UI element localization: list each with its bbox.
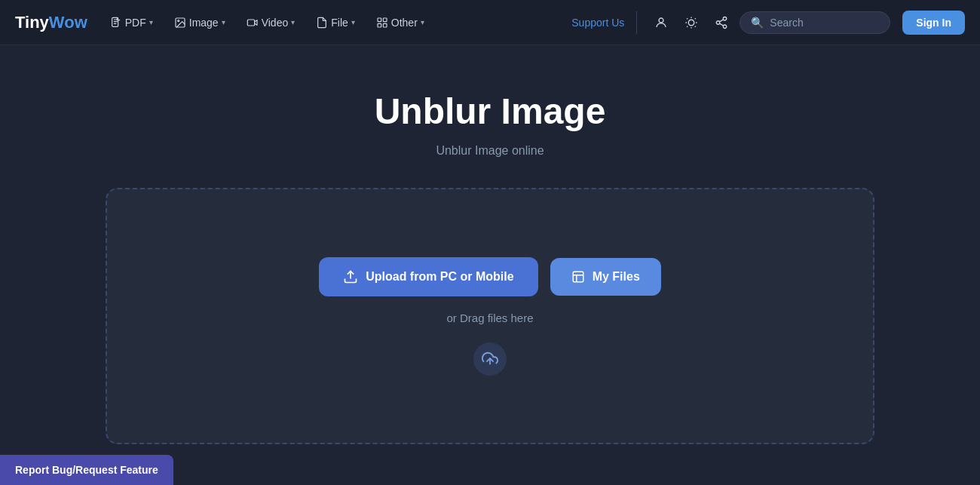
page-title: Unblur Image bbox=[375, 91, 606, 132]
svg-rect-5 bbox=[383, 18, 387, 22]
share-btn[interactable] bbox=[709, 11, 733, 35]
nav-item-image[interactable]: Image ▾ bbox=[167, 12, 233, 33]
upload-area[interactable]: Upload from PC or Mobile My Files or Dra… bbox=[106, 188, 874, 444]
other-icon bbox=[376, 17, 388, 29]
video-icon bbox=[247, 17, 259, 29]
image-chevron-icon: ▾ bbox=[222, 18, 225, 26]
svg-rect-3 bbox=[247, 20, 254, 26]
svg-point-9 bbox=[689, 20, 695, 26]
user-icon bbox=[654, 16, 668, 29]
video-chevron-icon: ▾ bbox=[291, 18, 295, 26]
report-bug-button[interactable]: Report Bug/Request Feature bbox=[0, 455, 173, 485]
upload-from-pc-button[interactable]: Upload from PC or Mobile bbox=[319, 257, 537, 296]
support-us-link[interactable]: Support Us bbox=[571, 17, 624, 29]
logo[interactable]: TinyWow bbox=[15, 13, 87, 32]
my-files-icon bbox=[571, 270, 585, 284]
signin-button[interactable]: Sign In bbox=[902, 11, 965, 35]
search-input[interactable] bbox=[770, 17, 879, 29]
upload-icon bbox=[343, 269, 358, 284]
svg-rect-7 bbox=[383, 23, 387, 27]
nav-item-pdf[interactable]: PDF ▾ bbox=[103, 12, 161, 33]
nav-video-label: Video bbox=[262, 17, 289, 29]
nav-file-label: File bbox=[331, 17, 348, 29]
other-chevron-icon: ▾ bbox=[421, 18, 424, 26]
user-icon-btn[interactable] bbox=[649, 11, 673, 35]
svg-rect-4 bbox=[378, 18, 381, 22]
cloud-upload-icon bbox=[482, 351, 498, 367]
svg-point-10 bbox=[724, 17, 727, 20]
pdf-icon bbox=[110, 17, 122, 29]
nav-actions bbox=[649, 11, 733, 35]
search-icon: 🔍 bbox=[751, 17, 764, 29]
navbar: TinyWow PDF ▾ Image ▾ Video ▾ File ▾ bbox=[0, 0, 980, 45]
image-icon bbox=[174, 17, 186, 29]
nav-image-label: Image bbox=[189, 17, 219, 29]
drag-text: or Drag files here bbox=[446, 312, 533, 324]
svg-rect-6 bbox=[378, 23, 381, 27]
share-icon bbox=[715, 16, 728, 29]
my-files-btn-label: My Files bbox=[593, 270, 640, 284]
pdf-chevron-icon: ▾ bbox=[149, 18, 153, 26]
svg-point-11 bbox=[717, 20, 721, 24]
nav-item-video[interactable]: Video ▾ bbox=[239, 12, 303, 33]
nav-other-label: Other bbox=[391, 17, 418, 29]
upload-btn-label: Upload from PC or Mobile bbox=[366, 270, 513, 284]
main-content: Unblur Image Unblur Image online Upload … bbox=[0, 45, 980, 474]
nav-pdf-label: PDF bbox=[125, 17, 146, 29]
nav-item-other[interactable]: Other ▾ bbox=[369, 12, 432, 33]
search-box[interactable]: 🔍 bbox=[740, 11, 890, 34]
theme-toggle-btn[interactable] bbox=[679, 11, 703, 35]
nav-divider bbox=[636, 11, 637, 34]
logo-wow: Wow bbox=[49, 13, 87, 32]
svg-point-12 bbox=[724, 25, 727, 29]
file-icon bbox=[316, 17, 328, 29]
sun-icon bbox=[684, 16, 698, 29]
logo-tiny: Tiny bbox=[15, 13, 49, 32]
page-subtitle: Unblur Image online bbox=[436, 144, 544, 158]
my-files-button[interactable]: My Files bbox=[550, 258, 661, 296]
nav-item-file[interactable]: File ▾ bbox=[308, 12, 363, 33]
upload-buttons: Upload from PC or Mobile My Files bbox=[319, 257, 661, 296]
svg-rect-15 bbox=[573, 272, 583, 282]
svg-point-2 bbox=[177, 20, 179, 21]
cloud-upload-circle bbox=[473, 342, 507, 376]
svg-point-8 bbox=[659, 18, 663, 23]
file-chevron-icon: ▾ bbox=[351, 18, 355, 26]
